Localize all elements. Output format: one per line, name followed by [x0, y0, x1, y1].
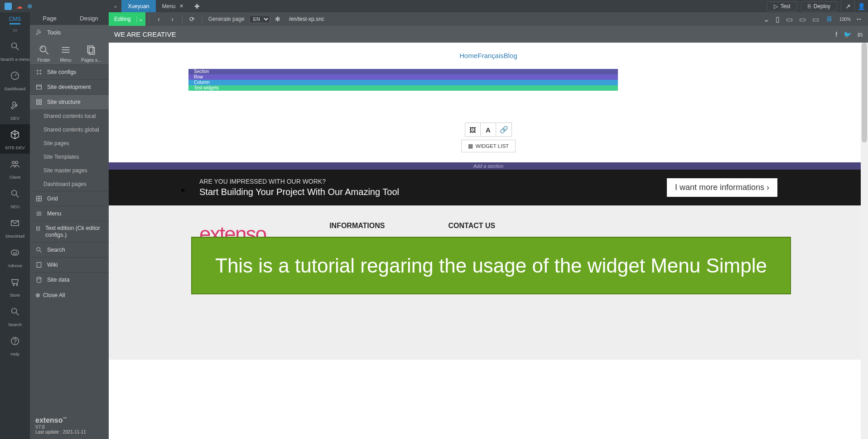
cloud-icon[interactable]: ☁: [16, 3, 23, 10]
widget-list-label: WIDGET LIST: [476, 143, 509, 149]
tutorial-overlay: This is a tutorial regaring the usage of…: [191, 237, 791, 294]
sidebar-item-label: Help: [10, 351, 19, 356]
sidebar-item-search[interactable]: Search: [0, 301, 30, 331]
mode-tab-page[interactable]: Page: [30, 12, 69, 25]
tree-grid[interactable]: Grid: [30, 191, 109, 206]
svg-point-46: [37, 277, 41, 279]
tab-menu[interactable]: Menu ✕: [156, 0, 190, 12]
deploy-label: Deploy: [814, 3, 830, 10]
cms-label[interactable]: CMS: [9, 12, 21, 23]
tree-site-development[interactable]: Site development: [30, 79, 109, 94]
widget-image-button[interactable]: 🖼: [465, 123, 481, 137]
scrollbar-thumb[interactable]: [862, 43, 867, 142]
gear-icon[interactable]: ✻: [27, 3, 33, 10]
footer-info-heading: INFORMATIONS: [329, 222, 385, 230]
sidebar-item-adnove[interactable]: ad Adnove: [0, 242, 30, 272]
sidebar-item-client[interactable]: Client: [0, 154, 30, 183]
twitter-icon[interactable]: 🐦: [844, 31, 851, 38]
svg-rect-45: [37, 263, 41, 268]
tree-dashboard-pages[interactable]: Dashboard pages: [30, 177, 109, 191]
tree-site-templates[interactable]: Site Templates: [30, 150, 109, 164]
mode-tab-design[interactable]: Design: [69, 12, 109, 25]
editing-mode-button[interactable]: Editing ⌄: [109, 12, 145, 26]
nav-fr-link[interactable]: Français: [477, 52, 504, 59]
svg-point-26: [37, 73, 38, 74]
deploy-button[interactable]: ⎘ Deploy: [801, 1, 837, 11]
band-widgets[interactable]: Test widgets: [188, 85, 618, 91]
nav-forward-button[interactable]: ›: [167, 13, 178, 25]
chevron-down-icon[interactable]: ⌄: [136, 16, 145, 22]
device-mobile-icon[interactable]: ▯: [774, 15, 781, 24]
app-logo-icon[interactable]: [5, 3, 12, 10]
widget-text-button[interactable]: A: [481, 123, 496, 137]
chevron-down-icon[interactable]: ⌄: [762, 15, 771, 24]
add-section-button[interactable]: Add a section: [109, 162, 868, 170]
tree-label: Site development: [47, 84, 91, 90]
popout-icon[interactable]: ↗: [841, 0, 854, 12]
sidebar-item-site-dev[interactable]: SITE-DEV: [0, 124, 30, 154]
tree-shared-global[interactable]: Shared contents global: [30, 123, 109, 137]
collapse-left-icon[interactable]: «: [110, 4, 121, 9]
tool-menu[interactable]: Menu: [60, 44, 72, 63]
tool-finder[interactable]: Finder: [38, 44, 50, 63]
tree-menu[interactable]: Menu: [30, 206, 109, 221]
tools-header: Tools: [30, 25, 109, 39]
test-button[interactable]: ▷ Test: [767, 1, 797, 11]
expand-icon[interactable]: ↔: [854, 15, 864, 23]
sidebar-item-dashboard[interactable]: Dashboard: [0, 65, 30, 95]
zoom-level[interactable]: 100%: [837, 17, 851, 22]
device-desktop-icon[interactable]: 🖥: [824, 15, 834, 23]
widget-link-button[interactable]: 🔗: [496, 123, 511, 137]
tree-label: Site Templates: [43, 154, 79, 160]
close-icon[interactable]: ✕: [179, 3, 183, 9]
settings-icon[interactable]: ✻: [272, 13, 284, 25]
generate-page-button[interactable]: Generate page: [206, 16, 247, 22]
tree-master-pages[interactable]: Site master pages: [30, 164, 109, 177]
reload-button[interactable]: ⟳: [186, 13, 198, 25]
brand-update: Last update : 2021-11-11: [35, 429, 103, 434]
tree-site-data[interactable]: Site data: [30, 272, 109, 287]
tree-search[interactable]: Search: [30, 242, 109, 257]
svg-point-0: [12, 43, 17, 48]
svg-point-13: [12, 308, 17, 313]
cta-info-button[interactable]: I want more informations ›: [667, 178, 777, 197]
tab-xueyuan[interactable]: Xueyuan: [121, 0, 155, 12]
nav-home-link[interactable]: Home: [459, 52, 477, 59]
language-select[interactable]: EN: [249, 15, 270, 23]
new-tab-button[interactable]: ✚: [190, 3, 204, 10]
tree-site-configs[interactable]: Site configs: [30, 64, 109, 79]
nav-back-button[interactable]: ‹: [153, 13, 165, 25]
device-laptop-icon[interactable]: ▭: [810, 15, 821, 24]
svg-rect-40: [36, 227, 39, 230]
tree-site-structure[interactable]: Site structure: [30, 94, 109, 109]
close-all-button[interactable]: ⊗ Close All: [30, 287, 109, 303]
sidebar-item-seo[interactable]: SEO: [0, 183, 30, 213]
linkedin-icon[interactable]: in: [858, 31, 863, 38]
help-icon: [10, 336, 20, 349]
device-tablet-portrait-icon[interactable]: ▭: [784, 15, 795, 24]
sidebar-item-search-menu[interactable]: Search a menu: [0, 36, 30, 65]
tree-label: Search: [47, 247, 65, 253]
separator: [182, 15, 183, 24]
sidebar-item-store[interactable]: Store: [0, 272, 30, 301]
brand-block: extenso™ V7.0 Last update : 2021-11-11: [30, 412, 109, 439]
minimize-icon[interactable]: ▭: [13, 27, 17, 33]
tree-wiki[interactable]: Wiki: [30, 257, 109, 272]
band-column[interactable]: Column: [188, 80, 618, 85]
device-tablet-landscape-icon[interactable]: ▭: [797, 15, 808, 24]
tree-text-edition[interactable]: Text edition (Ck editor configs.): [30, 221, 109, 242]
band-section[interactable]: Section: [188, 69, 618, 74]
tool-pages[interactable]: Pages s...: [81, 44, 101, 63]
band-row[interactable]: Row: [188, 74, 618, 80]
tool-label: Finder: [38, 58, 50, 63]
tree-shared-local[interactable]: Shared contents local: [30, 109, 109, 123]
sidebar-item-help[interactable]: Help: [0, 331, 30, 360]
facebook-icon[interactable]: f: [835, 31, 837, 38]
user-icon[interactable]: 👤: [854, 0, 868, 12]
sidebar-item-directmail[interactable]: DirectMail: [0, 213, 30, 242]
nav-blog-link[interactable]: Blog: [504, 52, 517, 59]
tree-site-pages[interactable]: Site pages: [30, 137, 109, 150]
sidebar-item-dev[interactable]: DEV: [0, 95, 30, 124]
widget-list-button[interactable]: ▦ WIDGET LIST: [461, 140, 516, 152]
vertical-scrollbar[interactable]: [861, 43, 868, 439]
